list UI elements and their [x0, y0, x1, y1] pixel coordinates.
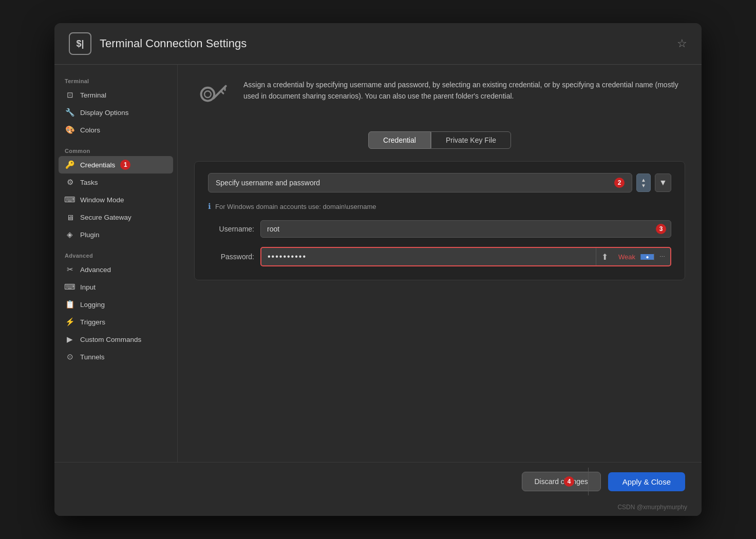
app-icon-label: $|	[76, 38, 84, 49]
display-options-icon: 🔧	[65, 107, 75, 118]
dropdown-expand-button[interactable]: ▼	[655, 174, 671, 192]
sidebar-item-triggers[interactable]: ⚡ Triggers	[54, 313, 177, 331]
input-icon: ⌨	[65, 282, 75, 292]
header: $| Terminal Connection Settings ☆	[54, 23, 702, 65]
sidebar-item-display-options[interactable]: 🔧 Display Options	[54, 104, 177, 121]
sidebar-item-tunnels-label: Tunnels	[80, 353, 105, 361]
tabs-row: Credential Private Key File	[194, 131, 685, 149]
svg-line-3	[221, 91, 223, 93]
sidebar-item-advanced[interactable]: ✂ Advanced	[54, 261, 177, 278]
sidebar-item-tasks-label: Tasks	[80, 179, 98, 186]
tasks-icon: ⚙	[65, 177, 75, 187]
password-input-row: ⬆ Weak ● ⋯	[260, 247, 671, 266]
common-section-label: Common	[54, 145, 177, 156]
username-badge: 3	[656, 224, 666, 234]
sidebar-item-plugin-label: Plugin	[80, 231, 100, 239]
triggers-icon: ⚡	[65, 317, 75, 327]
sidebar-item-secure-gateway-label: Secure Gateway	[80, 214, 131, 221]
sidebar-item-tunnels[interactable]: ⊙ Tunnels	[54, 348, 177, 365]
description-area: Assign a credential by specifying userna…	[194, 79, 685, 121]
watermark-text: CSDN @xmurphymurphy	[617, 504, 687, 511]
key-icon-wrap	[194, 79, 231, 116]
window-mode-icon: ⌨	[65, 195, 75, 205]
dropdown-badge: 2	[614, 178, 625, 188]
dropdown-row: Specify username and password 2 ▲ ▼ ▼	[208, 173, 671, 192]
info-icon: ℹ	[208, 202, 211, 211]
advanced-section-label: Advanced	[54, 249, 177, 261]
secure-gateway-icon: 🖥	[65, 212, 75, 222]
sidebar-item-plugin[interactable]: ◈ Plugin	[54, 226, 177, 243]
dialog: $| Terminal Connection Settings ☆ Termin…	[54, 23, 702, 516]
username-label: Username:	[208, 225, 254, 233]
sidebar-item-logging-label: Logging	[80, 301, 105, 309]
favorite-star-icon[interactable]: ☆	[677, 37, 687, 50]
credential-type-value: Specify username and password	[216, 179, 320, 187]
credentials-icon: 🔑	[65, 160, 75, 170]
credential-type-select[interactable]: Specify username and password 2	[208, 173, 632, 192]
password-strength-label: Weak	[613, 253, 640, 261]
body: Terminal ⊡ Terminal 🔧 Display Options 🎨 …	[54, 65, 702, 462]
dropdown-stepper[interactable]: ▲ ▼	[636, 174, 651, 192]
footer: 4 Discard changes Apply & Close	[54, 462, 702, 500]
password-generate-button[interactable]: ⋯	[654, 254, 670, 260]
tunnels-icon: ⊙	[65, 352, 75, 362]
svg-line-2	[214, 86, 226, 99]
app-icon: $|	[69, 32, 91, 55]
password-label: Password:	[208, 253, 254, 261]
username-row: Username: 3	[208, 220, 671, 238]
svg-point-0	[201, 88, 215, 101]
svg-point-1	[204, 91, 211, 98]
key-icon	[196, 81, 229, 114]
discard-changes-button[interactable]: Discard changes	[522, 472, 601, 491]
info-row: ℹ For Windows domain accounts use: domai…	[208, 202, 671, 211]
sidebar-item-colors-label: Colors	[80, 126, 100, 134]
sidebar-item-triggers-label: Triggers	[80, 318, 105, 326]
sidebar-item-secure-gateway[interactable]: 🖥 Secure Gateway	[54, 208, 177, 226]
footer-divider	[588, 468, 589, 495]
sidebar-item-display-label: Display Options	[80, 109, 129, 117]
apply-close-button[interactable]: Apply & Close	[608, 472, 685, 491]
sidebar-item-advanced-label: Advanced	[80, 266, 111, 274]
sidebar-item-window-mode[interactable]: ⌨ Window Mode	[54, 191, 177, 208]
tab-private-key-file[interactable]: Private Key File	[431, 131, 511, 149]
password-input[interactable]	[261, 248, 596, 265]
sidebar-item-credentials[interactable]: 🔑 Credentials 1	[59, 156, 173, 174]
sidebar-item-colors[interactable]: 🎨 Colors	[54, 121, 177, 139]
sidebar-item-logging[interactable]: 📋 Logging	[54, 296, 177, 313]
credential-panel: Specify username and password 2 ▲ ▼ ▼ ℹ …	[194, 161, 685, 280]
colors-icon: 🎨	[65, 125, 75, 135]
password-upload-button[interactable]: ⬆	[596, 248, 613, 265]
watermark: CSDN @xmurphymurphy	[54, 500, 702, 516]
advanced-icon: ✂	[65, 264, 75, 275]
sidebar-item-credentials-label: Credentials	[80, 161, 115, 169]
sidebar-item-window-mode-label: Window Mode	[80, 196, 124, 204]
logging-icon: 📋	[65, 299, 75, 310]
sidebar-item-terminal[interactable]: ⊡ Terminal	[54, 86, 177, 104]
info-text: For Windows domain accounts use: domain\…	[215, 203, 376, 210]
sidebar-item-tasks[interactable]: ⚙ Tasks	[54, 174, 177, 191]
dialog-title: Terminal Connection Settings	[100, 37, 669, 50]
terminal-icon: ⊡	[65, 90, 75, 100]
sidebar-item-input[interactable]: ⌨ Input	[54, 278, 177, 296]
credentials-badge: 1	[120, 160, 130, 170]
sidebar-item-custom-commands-label: Custom Commands	[80, 336, 141, 343]
sidebar: Terminal ⊡ Terminal 🔧 Display Options 🎨 …	[54, 65, 178, 462]
password-toggle-button[interactable]: ●	[640, 254, 654, 260]
plugin-icon: ◈	[65, 229, 75, 240]
footer-badge: 4	[564, 476, 574, 487]
description-text: Assign a credential by specifying userna…	[243, 79, 685, 102]
username-input[interactable]	[260, 220, 671, 238]
custom-commands-icon: ▶	[65, 334, 75, 344]
sidebar-item-input-label: Input	[80, 283, 96, 291]
sidebar-item-terminal-label: Terminal	[80, 91, 106, 99]
terminal-section-label: Terminal	[54, 75, 177, 86]
tab-credential[interactable]: Credential	[368, 131, 431, 149]
password-row: Password: ⬆ Weak ● ⋯	[208, 247, 671, 266]
sidebar-item-custom-commands[interactable]: ▶ Custom Commands	[54, 331, 177, 348]
main-content: Assign a credential by specifying userna…	[178, 65, 702, 462]
